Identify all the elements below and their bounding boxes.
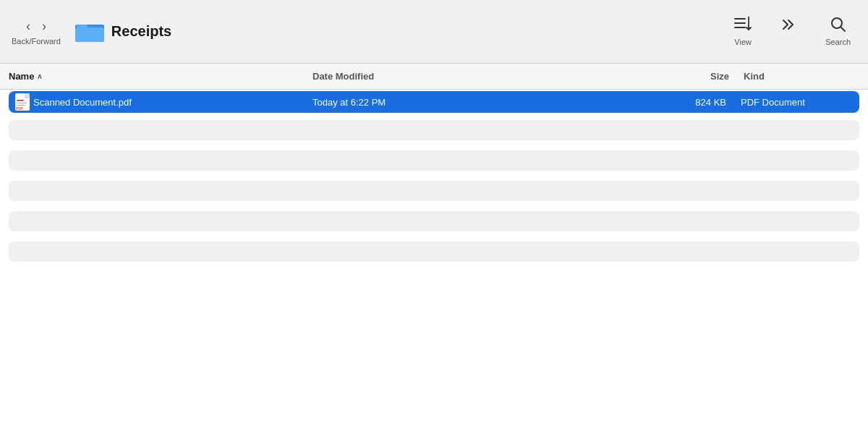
- folder-icon: [75, 20, 104, 43]
- svg-rect-12: [17, 100, 24, 101]
- search-label: Search: [825, 38, 851, 46]
- column-headers: Name ∧ Date Modified Size Kind: [0, 64, 868, 90]
- more-label: [788, 38, 790, 46]
- toolbar-right: View Search: [728, 14, 856, 49]
- col-kind-label: Kind: [744, 71, 765, 82]
- view-icon: [734, 17, 752, 35]
- sort-ascending-icon: ∧: [37, 72, 42, 80]
- col-date-header[interactable]: Date Modified: [312, 71, 657, 82]
- forward-button[interactable]: ›: [39, 18, 49, 34]
- nav-buttons: ‹ › Back/Forward: [12, 18, 61, 46]
- search-icon: [830, 17, 846, 35]
- col-size-header[interactable]: Size: [657, 71, 744, 82]
- chevron-double-right-icon: [780, 17, 796, 35]
- svg-rect-6: [734, 27, 746, 28]
- svg-rect-11: [25, 93, 30, 98]
- file-name: Scanned Document.pdf: [33, 97, 312, 108]
- view-label: View: [734, 38, 752, 46]
- col-name-label: Name: [9, 71, 34, 82]
- svg-rect-14: [17, 105, 25, 106]
- file-list: PDF Scanned Document.pdf Today at 6:22 P…: [0, 91, 868, 262]
- svg-rect-4: [734, 18, 746, 20]
- folder-title: Receipts: [75, 20, 728, 43]
- folder-name: Receipts: [111, 23, 171, 40]
- toolbar: ‹ › Back/Forward Receipts: [0, 0, 868, 64]
- col-date-label: Date Modified: [312, 71, 374, 82]
- empty-row-3: [9, 181, 859, 201]
- svg-text:PDF: PDF: [16, 106, 23, 111]
- svg-line-8: [841, 27, 845, 31]
- back-forward-label: Back/Forward: [12, 37, 61, 46]
- view-button[interactable]: View: [728, 14, 757, 49]
- svg-rect-3: [77, 25, 88, 28]
- col-name-header[interactable]: Name ∧: [9, 71, 312, 82]
- empty-row-1: [9, 120, 859, 140]
- empty-row-5: [9, 241, 859, 262]
- pdf-icon: PDF: [15, 93, 30, 111]
- col-size-label: Size: [710, 71, 729, 82]
- svg-rect-5: [734, 22, 746, 24]
- file-kind: PDF Document: [741, 97, 856, 108]
- file-date: Today at 6:22 PM: [312, 97, 654, 108]
- more-button[interactable]: [775, 14, 802, 49]
- svg-rect-13: [17, 103, 27, 103]
- col-kind-header[interactable]: Kind: [744, 71, 859, 82]
- svg-rect-2: [75, 27, 104, 42]
- file-size: 824 KB: [654, 97, 741, 108]
- empty-row-4: [9, 211, 859, 231]
- back-button[interactable]: ‹: [23, 18, 33, 34]
- search-button[interactable]: Search: [820, 14, 856, 49]
- table-row[interactable]: PDF Scanned Document.pdf Today at 6:22 P…: [9, 91, 859, 113]
- file-icon-cell: PDF: [12, 93, 33, 111]
- empty-row-2: [9, 150, 859, 171]
